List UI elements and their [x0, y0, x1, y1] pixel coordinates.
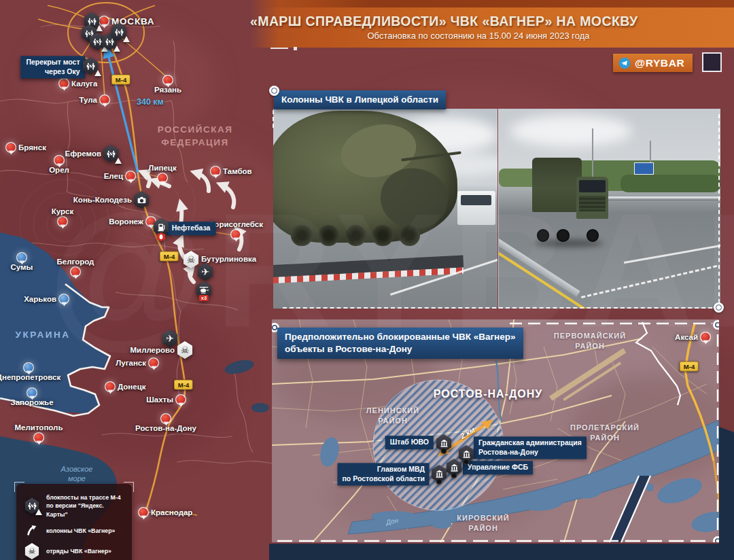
city-label: Сумы	[11, 263, 33, 271]
warning-badge	[123, 36, 130, 42]
legend-icon	[23, 497, 41, 514]
legend-item: ☠отряды ЧВК «Вагнер»	[23, 543, 125, 559]
road-sign-m4: М-4	[160, 251, 179, 262]
legend-item: колонны ЧВК «Вагнер»	[23, 523, 125, 539]
blocked-object-label: Штаб ЮВО	[385, 436, 434, 449]
city-pin	[106, 383, 115, 391]
photo-art-shape	[621, 175, 720, 192]
city-pin	[7, 143, 16, 152]
panel-corner-dot	[714, 302, 724, 313]
title-banner: «МАРШ СПРАВЕДЛИВОСТИ» ЧВК «ВАГНЕР» НА МО…	[250, 0, 734, 48]
camera-icon	[133, 191, 150, 209]
city-label: Липецк	[148, 164, 176, 172]
city-pin	[60, 295, 69, 304]
decor-square	[702, 52, 722, 72]
wagner-mini-badge	[464, 459, 470, 465]
photo-convoy-truck	[498, 109, 720, 309]
city-label: Харьков	[24, 295, 56, 303]
city-pin	[211, 167, 220, 176]
photo-art-shape	[601, 196, 720, 198]
photo-art-shape	[457, 191, 495, 225]
fuel-depot-icon	[153, 218, 169, 236]
photo-art-shape	[623, 244, 720, 264]
city-pin	[162, 415, 171, 423]
government-building-icon	[446, 459, 462, 476]
city-pin	[126, 172, 135, 181]
blocked-object-label: Управление ФСБ	[463, 461, 533, 474]
city-pin	[35, 434, 43, 442]
country-label: РОССИЙСКАЯ ФЕДЕРАЦИЯ	[158, 124, 233, 150]
photos-panel: Колонны ЧВК в Липецкой области	[273, 87, 720, 310]
photo-art-shape	[510, 115, 631, 147]
map-legend: блокпосты на трассе М-4 по версии "Яндек…	[16, 484, 132, 560]
photo-art-shape	[581, 265, 718, 298]
city-label: Шахты	[146, 396, 173, 404]
legend-item: блокпосты на трассе М-4 по версии "Яндек…	[23, 493, 125, 519]
city-pin	[164, 76, 173, 85]
checkpoint-icon	[103, 145, 119, 162]
photo-art-shape	[579, 196, 606, 212]
city-label: Елец	[104, 172, 123, 180]
legend-label: колонны ЧВК «Вагнер»	[46, 527, 116, 535]
legend-icon: ☠	[23, 543, 41, 559]
road-sign-m4: М-4	[680, 362, 699, 372]
warning-badge	[115, 158, 122, 164]
city-label: Калуга	[71, 80, 97, 88]
rostov-map-panel: Предположительно блокированные ЧВК «Вагн…	[272, 319, 719, 542]
wagner-mini-badge	[441, 448, 447, 454]
infographic-subtitle: Обстановка по состоянию на 15.00 24 июня…	[250, 31, 734, 41]
city-label: Краснодар	[151, 508, 192, 517]
photo-art-shape	[291, 225, 312, 246]
city-pin	[60, 80, 69, 88]
photo-art-shape	[372, 225, 393, 246]
rybar-channel-label: @RYBAR	[635, 57, 684, 69]
distance-label-340km: 340 км	[137, 97, 164, 107]
city-pin	[158, 174, 167, 183]
city-pin	[232, 230, 241, 239]
city-label: Запорожье	[10, 398, 53, 406]
city-label: Борисоглебск	[209, 220, 263, 228]
legend-icon	[23, 523, 41, 539]
checkpoint-icon	[111, 23, 127, 41]
city-pin	[101, 96, 109, 105]
photos-caption: Колонны ЧВК в Липецкой области	[274, 90, 446, 109]
place-label: Бутурлиновка	[201, 255, 256, 263]
warning-badge	[113, 46, 120, 52]
city-pin	[177, 396, 186, 404]
airfield-icon: ✈	[162, 330, 178, 347]
panel-corner-dot	[269, 86, 279, 96]
wagner-unit-icon: ☠	[177, 341, 193, 359]
city-pin	[18, 253, 27, 262]
panel-border	[283, 307, 719, 309]
legend-label: блокпосты на трассе М-4 по версии "Яндек…	[46, 493, 125, 519]
rostov-city-title: РОСТОВ-НА-ДОНУ	[434, 388, 543, 400]
panel-border	[718, 114, 720, 303]
road-sign-m4: М-4	[174, 380, 193, 390]
photo-art-shape	[634, 162, 654, 175]
photo-art-shape	[532, 158, 582, 212]
warning-badge	[94, 70, 101, 76]
city-pin	[28, 389, 37, 398]
blocked-object-label: Главком МВД по Ростовской области	[338, 463, 430, 485]
callout-label: Перекрыт мост через Оку	[20, 56, 85, 78]
infographic-root: @RYBAR «МАРШ СПРАВЕДЛИВОСТИ» ЧВК «ВАГНЕР…	[0, 0, 734, 560]
legend-label: отряды ЧВК «Вагнер»	[46, 547, 111, 555]
city-pin	[100, 17, 109, 26]
city-label: Рязань	[154, 86, 181, 94]
rybar-badge[interactable]: @RYBAR	[613, 54, 693, 72]
government-building-icon	[431, 465, 447, 483]
city-pin	[139, 508, 148, 517]
city-pin	[55, 156, 64, 165]
rostov-caption: Предположительно блокированные ЧВК «Вагн…	[277, 328, 523, 359]
place-label: Конь-Колодезь	[73, 196, 132, 204]
city-label: Курск	[52, 207, 73, 215]
city-label: Днепропетровск	[0, 373, 60, 381]
city-pin	[150, 359, 158, 368]
photo-art-shape	[557, 229, 569, 241]
city-label: Мелитополь	[15, 423, 63, 432]
place-label: Ефремов	[65, 150, 101, 158]
city-label: Тула	[79, 96, 97, 104]
infographic-title: «МАРШ СПРАВЕДЛИВОСТИ» ЧВК «ВАГНЕР» НА МО…	[250, 14, 734, 29]
helicopter-icon: х3	[196, 281, 212, 299]
photo-art-shape	[532, 151, 610, 247]
